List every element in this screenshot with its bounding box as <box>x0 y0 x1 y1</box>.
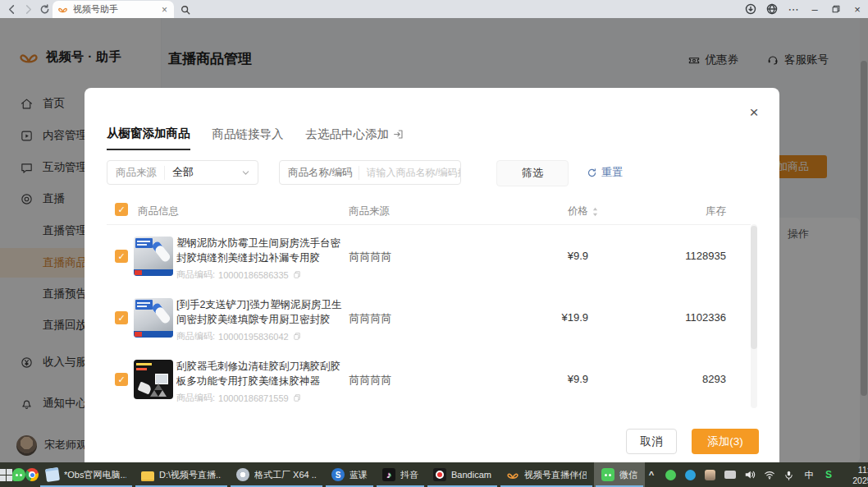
taskbar-clock[interactable]: 11:50:47 2025/5/31 <box>842 463 868 486</box>
browser-refresh-icon[interactable] <box>36 1 53 17</box>
product-row: ✓ 塑钢泥防水防霉卫生间厨房洗手台密封胶填缝剂美缝封边补漏专用胶150ml...… <box>107 226 751 287</box>
external-link-icon <box>393 129 404 140</box>
channels-companion-icon <box>506 468 519 481</box>
row-checkbox[interactable]: ✓ <box>115 373 128 386</box>
download-icon[interactable] <box>740 1 761 17</box>
browser-tab[interactable]: 视频号助手 × <box>53 1 174 18</box>
product-image <box>134 298 173 338</box>
screen: 视频号助手 × ⋯ – × 视频号 · 助手 <box>0 0 868 487</box>
bandicam-icon <box>433 468 446 481</box>
taskbar-app-bandicam[interactable]: Bandicam <box>426 462 499 487</box>
product-title: [到手2支送铲刀]强力塑钢泥厨房卫生间密封胶美缝填隙专用厨卫密封胶150M... <box>176 297 349 327</box>
lanke-icon: S <box>331 468 345 481</box>
product-stock: 1102336 <box>644 311 726 324</box>
tab-add-from-showcase[interactable]: 从橱窗添加商品 <box>107 126 190 150</box>
product-name-search-input[interactable]: 商品名称/编码 请输入商品名称/编码搜索 <box>279 160 461 185</box>
copy-icon[interactable] <box>292 393 301 402</box>
copy-icon[interactable] <box>292 332 301 341</box>
taskbar: *Obs官网电脑... D:\视频号直播... 格式工厂 X64 ... S 蓝… <box>0 462 868 487</box>
product-title: 塑钢泥防水防霉卫生间厨房洗手台密封胶填缝剂美缝封边补漏专用胶150ml... <box>176 236 349 265</box>
modal-tabs: 从橱窗添加商品 商品链接导入 去选品中心添加 <box>107 126 404 150</box>
modal-close-icon[interactable]: × <box>747 106 761 121</box>
page-background: 视频号 · 助手 首页 内容管理 互动管理 直播 <box>0 18 868 462</box>
tab-close-icon[interactable]: × <box>160 5 169 15</box>
add-products-modal: × 从橱窗添加商品 商品链接导入 去选品中心添加 商品来源 全部 <box>85 88 779 462</box>
product-row: ✓ 刮胶器毛刺修边清硅胶刮刀璃胶刮胶板多功能专用打胶美缝抹胶神器 商品编码:10… <box>107 349 751 411</box>
select-all-checkbox[interactable]: ✓ <box>115 203 128 216</box>
product-title: 刮胶器毛刺修边清硅胶刮刀璃胶刮胶板多功能专用打胶美缝抹胶神器 <box>176 359 349 388</box>
obs-icon <box>45 467 60 482</box>
taskbar-app-folder[interactable]: D:\视频号直播... <box>134 462 229 487</box>
tray-card-icon[interactable] <box>724 468 737 481</box>
product-code: 商品编码:10000186586335 <box>176 269 349 281</box>
format-factory-icon <box>236 468 249 481</box>
tray-speaker-icon[interactable] <box>743 468 756 481</box>
browser-titlebar: 视频号助手 × ⋯ – × <box>0 0 868 18</box>
window-close-icon[interactable]: × <box>847 1 868 17</box>
filter-button[interactable]: 筛选 <box>496 160 569 186</box>
tray-microphone-icon[interactable] <box>783 468 796 481</box>
taskbar-app-lanke[interactable]: S 蓝课 <box>324 462 375 487</box>
pinned-wechat-button[interactable] <box>12 462 25 487</box>
source-filter-select[interactable]: 商品来源 全部 <box>107 160 258 185</box>
chevron-down-icon <box>241 168 250 177</box>
price-sort-icon[interactable] <box>592 206 599 220</box>
product-code: 商品编码:10000195836042 <box>176 330 349 342</box>
browser-menu-dots-icon[interactable]: ⋯ <box>783 1 804 17</box>
cancel-button[interactable]: 取消 <box>626 429 677 454</box>
table-header: ✓ 商品信息 商品来源 价格 库存 <box>107 203 751 225</box>
search-placeholder: 请输入商品名称/编码搜索 <box>366 166 461 180</box>
copy-icon[interactable] <box>292 270 301 279</box>
chrome-icon <box>25 468 39 481</box>
product-price: ¥9.9 <box>503 250 588 262</box>
tray-input-language-indicator[interactable]: 中 <box>802 468 815 481</box>
product-source: 苘苘苘苘 <box>349 250 391 264</box>
browser-search-icon[interactable] <box>177 2 193 17</box>
window-restore-icon[interactable] <box>825 1 847 17</box>
product-stock: 1128935 <box>644 250 726 262</box>
refresh-icon <box>587 168 597 178</box>
product-price: ¥9.9 <box>503 373 588 385</box>
taskbar-app-wechat[interactable]: 微信 <box>594 462 645 487</box>
taskbar-app-formatfactory[interactable]: 格式工厂 X64 ... <box>229 462 324 487</box>
window-minimize-icon[interactable]: – <box>804 1 825 17</box>
tray-network-icon[interactable] <box>763 468 776 481</box>
product-source: 苘苘苘苘 <box>349 311 391 326</box>
row-checkbox[interactable]: ✓ <box>115 311 128 324</box>
product-row: ✓ [到手2支送铲刀]强力塑钢泥厨房卫生间密封胶美缝填隙专用厨卫密封胶150M.… <box>107 287 751 349</box>
start-button[interactable] <box>0 462 12 487</box>
product-source: 苘苘苘苘 <box>349 373 391 388</box>
tab-import-by-link[interactable]: 商品链接导入 <box>212 126 284 150</box>
browser-forward-icon[interactable] <box>20 1 36 17</box>
windows-logo-icon <box>0 469 12 481</box>
table-scrollbar[interactable] <box>751 224 757 408</box>
globe-icon[interactable] <box>761 1 783 17</box>
wechat-icon <box>12 468 25 481</box>
browser-back-icon[interactable] <box>3 1 20 17</box>
douyin-icon: ♪ <box>382 468 395 481</box>
product-image <box>134 360 173 399</box>
clock-time: 11:50:47 <box>842 465 868 476</box>
tray-wechat-icon[interactable] <box>665 468 678 481</box>
tray-telegram-icon[interactable] <box>684 468 697 481</box>
wechat-window-icon <box>601 468 614 481</box>
tray-expand-icon[interactable]: ^ <box>645 468 658 481</box>
row-checkbox[interactable]: ✓ <box>115 250 128 263</box>
folder-icon <box>141 471 154 481</box>
product-price: ¥19.9 <box>503 311 588 324</box>
product-stock: 8293 <box>644 373 726 385</box>
taskbar-app-channels-companion[interactable]: 视频号直播伴侣 <box>499 462 594 487</box>
tray-sogou-icon[interactable]: S <box>822 468 835 481</box>
table-scrollbar-thumb[interactable] <box>751 226 757 349</box>
taskbar-app-douyin[interactable]: ♪ 抖音 <box>375 462 426 487</box>
clock-date: 2025/5/31 <box>842 476 868 486</box>
taskbar-app-obs[interactable]: *Obs官网电脑... <box>39 462 134 487</box>
tab-selection-center[interactable]: 去选品中心添加 <box>306 126 404 150</box>
reset-button[interactable]: 重置 <box>587 160 623 185</box>
product-code: 商品编码:10000186871559 <box>176 392 349 404</box>
product-image <box>134 237 173 276</box>
tab-title: 视频号助手 <box>73 3 160 16</box>
confirm-add-button[interactable]: 添加(3) <box>692 429 759 454</box>
pinned-chrome-button[interactable] <box>25 462 39 487</box>
tray-contact-icon[interactable] <box>704 468 717 481</box>
